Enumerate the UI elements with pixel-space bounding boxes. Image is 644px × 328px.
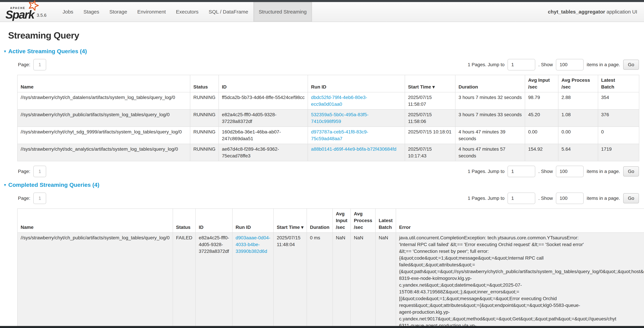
items-label: items in a page. (587, 169, 620, 174)
show-label: . Show (538, 196, 553, 201)
chevron-down-icon: ▾ (4, 183, 6, 187)
query-avg-input: 0.00 (525, 127, 558, 144)
run-id-link[interactable]: d903aaae-0d04- 4033-b4be- 33990b382d6d (236, 235, 270, 254)
column-header[interactable]: ID (219, 75, 308, 92)
query-status: RUNNING (190, 127, 219, 144)
navbar: APACHE Spark 3.5.6 Jobs Stages Storage E… (0, 2, 644, 22)
column-header[interactable]: Status (173, 209, 196, 233)
query-avg-process: 2.88 (558, 92, 598, 109)
nav-tab[interactable]: Stages (78, 2, 104, 22)
show-label: . Show (538, 169, 553, 174)
pager-bottom-active: Page: 1 Pages. Jump to . Show items in a… (18, 166, 639, 177)
query-avg-input: 98.79 (525, 92, 558, 109)
go-button[interactable]: Go (623, 60, 639, 70)
column-header[interactable]: Avg Process /sec (350, 209, 376, 233)
nav-tab[interactable]: Structured Streaming (253, 2, 312, 22)
go-button[interactable]: Go (623, 166, 639, 176)
page-title: Streaming Query (8, 30, 639, 40)
query-start-time: 2025/07/15 11:48:04 (274, 233, 306, 328)
chevron-down-icon: ▾ (4, 49, 6, 53)
query-name: //sys/strawberry/chyt/ch_public/artifact… (18, 233, 173, 328)
column-header[interactable]: Latest Batch (598, 75, 639, 92)
column-header[interactable]: Avg Process /sec (558, 75, 598, 92)
query-start-time: 2025/07/15 10:18:01 (405, 127, 456, 144)
table-row: //sys/strawberry/chyt/sdc_analytics/arti… (18, 144, 639, 161)
query-error-message: java.util.concurrent.CompletionException… (396, 233, 644, 328)
column-header[interactable]: ID (196, 209, 232, 233)
column-header[interactable]: Error (396, 209, 644, 233)
query-name: //sys/strawberry/chyt/ch_datalens/artifa… (18, 92, 190, 109)
completed-queries-section-toggle[interactable]: ▾ Completed Streaming Queries (4) (4, 181, 639, 188)
query-id: 160d2b6a-36e1-46ba-ab07- 247c869daa51 (219, 127, 308, 144)
browser-chrome-strip (0, 326, 644, 328)
query-status: RUNNING (190, 109, 219, 127)
query-id: e82a4c25-fff0-4d05-9328- 37228a8372df (219, 109, 308, 127)
query-avg-input: 154.92 (525, 144, 558, 161)
page-number-input[interactable] (33, 166, 46, 177)
table-row: //sys/strawberry/chyt/chyt_sdg_9999/arti… (18, 127, 639, 144)
items-per-page-input[interactable] (556, 192, 584, 204)
jump-to-page-input[interactable] (508, 192, 535, 204)
query-duration: 3 hours 7 minutes 33 seconds (455, 109, 525, 127)
query-status: RUNNING (190, 144, 219, 161)
nav-tab[interactable]: Storage (104, 2, 132, 22)
query-avg-process: NaN (350, 233, 376, 328)
active-queries-section-title: Active Streaming Queries (4) (8, 48, 87, 55)
column-header[interactable]: Run ID (308, 75, 405, 92)
browser-chrome-strip (0, 0, 644, 2)
column-header[interactable]: Latest Batch (376, 209, 396, 233)
jump-to-page-input[interactable] (508, 166, 535, 177)
column-header[interactable]: Start Time ▾ (405, 75, 456, 92)
page-label: Page: (18, 62, 30, 67)
column-header[interactable]: Duration (455, 75, 525, 92)
query-id: ff5dca2b-5b73-4d64-8ffe-55424cef98cc (219, 92, 308, 109)
items-per-page-input[interactable] (556, 166, 584, 177)
query-start-time: 2025/07/15 11:58:07 (405, 92, 456, 109)
run-id-link[interactable]: d973787a-ceb5-41f8-83c9- 75c59ad48aa7 (311, 129, 368, 141)
table-row: //sys/strawberry/chyt/ch_datalens/artifa… (18, 92, 639, 109)
completed-queries-section-title: Completed Streaming Queries (4) (8, 181, 99, 188)
nav-tab[interactable]: Environment (132, 2, 171, 22)
query-start-time: 2025/07/15 10:17:43 (405, 144, 456, 161)
table-row: //sys/strawberry/chyt/ch_public/artifact… (18, 109, 639, 127)
spark-logo: APACHE Spark 3.5.6 (0, 2, 58, 22)
run-id-link[interactable]: 532359a5-5b0c-495a-83f5- 7410c998f959 (311, 112, 368, 124)
query-status: RUNNING (190, 92, 219, 109)
pager-top-completed: Page: 1 Pages. Jump to . Show items in a… (18, 192, 639, 204)
active-queries-table: Name Status ID Run ID Start Time ▾ Durat… (17, 75, 639, 161)
column-header[interactable]: Run ID (232, 209, 274, 233)
nav-tab[interactable]: Executors (171, 2, 204, 22)
column-header[interactable]: Avg Input /sec (333, 209, 350, 233)
query-duration: 4 hours 47 minutes 57 seconds (455, 144, 525, 161)
run-id-link[interactable]: a88b0141-d69f-44e9-b6fa-b72f430684fd (311, 147, 396, 152)
column-header[interactable]: Status (190, 75, 219, 92)
query-name: //sys/strawberry/chyt/chyt_sdg_9999/arti… (18, 127, 190, 144)
query-duration: 4 hours 47 minutes 39 seconds (455, 127, 525, 144)
pages-jump-label: 1 Pages. Jump to (468, 169, 504, 174)
query-start-time: 2025/07/15 11:58:06 (405, 109, 456, 127)
run-id-link[interactable]: dbdc52fd-79f4-4eb6-80e3- ecc9a0d01aa0 (311, 95, 367, 107)
column-header[interactable]: Start Time ▾ (274, 209, 306, 233)
column-header[interactable]: Duration (307, 209, 333, 233)
query-avg-process: 5.64 (558, 144, 598, 161)
query-id: e82a4c25-fff0- 4d05-9328- 37228a8372df (196, 233, 232, 328)
column-header[interactable]: Name (18, 209, 173, 233)
page-number-input[interactable] (33, 59, 46, 70)
column-header[interactable]: Name (18, 75, 190, 92)
jump-to-page-input[interactable] (508, 59, 535, 70)
completed-queries-table: Name Status ID Run ID Start Time ▾ Durat… (17, 208, 644, 328)
go-button[interactable]: Go (623, 193, 639, 203)
spark-version: 3.5.6 (37, 13, 46, 18)
application-ui-suffix: application UI (605, 9, 637, 15)
items-per-page-input[interactable] (556, 59, 584, 70)
nav-tab[interactable]: SQL / DataFrame (204, 2, 253, 22)
active-queries-section-toggle[interactable]: ▾ Active Streaming Queries (4) (4, 48, 639, 55)
nav-tab[interactable]: Jobs (58, 2, 78, 22)
query-avg-process: 1.08 (558, 109, 598, 127)
query-avg-input: NaN (333, 233, 350, 328)
application-id: chyt_tables_aggregator application UI (548, 2, 644, 22)
column-header[interactable]: Avg Input /sec (525, 75, 558, 92)
page-number-input[interactable] (33, 192, 46, 204)
spark-star-icon (27, 0, 40, 12)
query-duration: 0 ms (307, 233, 333, 328)
